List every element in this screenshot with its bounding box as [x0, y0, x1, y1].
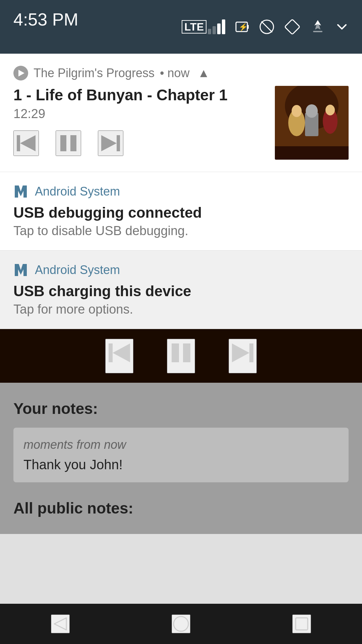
- notification-panel: The Pilgrim's Progress • now ▲ 1 - Life …: [0, 54, 362, 329]
- player-bar: [0, 329, 362, 383]
- public-notes-label: All public notes:: [13, 499, 349, 517]
- svg-rect-9: [60, 135, 66, 151]
- usb-debug-header: Android System: [13, 184, 349, 199]
- signal-bars: [208, 19, 225, 34]
- svg-rect-12: [117, 135, 120, 151]
- status-time: 4:53 PM: [13, 9, 78, 30]
- svg-point-31: [174, 616, 188, 631]
- dnd-icon: [259, 19, 275, 35]
- svg-rect-29: [249, 343, 253, 362]
- signal-bar-1: [208, 29, 211, 34]
- signal-bar-4: [222, 19, 225, 34]
- media-notif-header: The Pilgrim's Progress • now ▲: [13, 66, 349, 80]
- usb-debug-notification[interactable]: Android System USB debugging connected T…: [0, 172, 362, 251]
- album-art: [275, 86, 349, 160]
- android-system-icon-1: [13, 184, 28, 199]
- usb-charge-notification[interactable]: Android System USB charging this device …: [0, 251, 362, 329]
- svg-marker-30: [54, 618, 66, 630]
- rotation-lock-icon: [284, 19, 300, 35]
- pause-button[interactable]: [56, 130, 81, 156]
- media-notif-time: • now: [160, 66, 190, 80]
- svg-text:⚡: ⚡: [239, 22, 248, 32]
- svg-marker-22: [15, 185, 27, 198]
- svg-point-18: [306, 104, 318, 118]
- svg-rect-32: [296, 618, 308, 630]
- svg-marker-23: [15, 264, 27, 276]
- svg-marker-25: [113, 343, 130, 362]
- svg-rect-7: [17, 135, 20, 151]
- android-system-icon-2: [13, 263, 28, 277]
- battery-icon: ⚡: [235, 19, 249, 34]
- player-bar-prev-button[interactable]: [105, 339, 133, 373]
- signal-bar-2: [213, 26, 216, 34]
- svg-rect-21: [275, 146, 349, 160]
- back-button[interactable]: [51, 614, 70, 633]
- app-content: Your notes: moments from now Thank you J…: [0, 383, 362, 534]
- lte-label: LTE: [182, 20, 206, 34]
- expand-icon[interactable]: [335, 20, 349, 34]
- usb-debug-title: USB debugging connected: [13, 204, 349, 221]
- note-timestamp: moments from now: [23, 438, 339, 452]
- usb-charge-header: Android System: [13, 263, 349, 277]
- svg-marker-28: [232, 343, 249, 362]
- track-title: 1 - Life of Bunyan - Chapter 1: [13, 86, 275, 104]
- nav-bar: [0, 604, 362, 644]
- usb-charge-title: USB charging this device: [13, 283, 349, 300]
- svg-point-20: [325, 105, 335, 115]
- status-icons: LTE ⚡: [182, 19, 349, 35]
- svg-line-4: [261, 21, 272, 32]
- media-app-name: The Pilgrim's Progress: [34, 66, 155, 80]
- lte-signal-indicator: LTE: [182, 19, 225, 34]
- home-button[interactable]: [172, 614, 190, 633]
- airplane-mode-icon: [310, 19, 326, 35]
- track-time: 12:29: [13, 107, 275, 121]
- player-bar-pause-button[interactable]: [167, 339, 195, 373]
- media-content: 1 - Life of Bunyan - Chapter 1 12:29: [13, 86, 349, 160]
- status-bar: 4:53 PM LTE ⚡: [0, 0, 362, 54]
- note-text: Thank you John!: [23, 457, 339, 472]
- notes-box[interactable]: moments from now Thank you John!: [13, 428, 349, 482]
- media-notif-expand-icon[interactable]: ▲: [198, 66, 210, 80]
- your-notes-label: Your notes:: [13, 399, 349, 418]
- svg-rect-27: [183, 343, 190, 362]
- svg-marker-11: [101, 135, 117, 151]
- svg-rect-26: [172, 343, 179, 362]
- media-app-icon: [13, 66, 28, 80]
- svg-rect-10: [70, 135, 76, 151]
- media-controls: [13, 130, 275, 156]
- media-info: 1 - Life of Bunyan - Chapter 1 12:29: [13, 86, 275, 156]
- svg-marker-8: [20, 135, 36, 151]
- recents-button[interactable]: [292, 614, 311, 633]
- usb-charge-subtitle: Tap for more options.: [13, 302, 349, 317]
- svg-rect-6: [313, 31, 322, 32]
- album-art-visual: [275, 86, 349, 160]
- prev-button[interactable]: [13, 130, 39, 156]
- next-button[interactable]: [98, 130, 123, 156]
- svg-rect-24: [109, 343, 113, 362]
- usb-debug-app-name: Android System: [35, 184, 120, 199]
- svg-rect-5: [285, 19, 300, 34]
- media-notification[interactable]: The Pilgrim's Progress • now ▲ 1 - Life …: [0, 54, 362, 172]
- usb-debug-subtitle: Tap to disable USB debugging.: [13, 224, 349, 238]
- player-bar-next-button[interactable]: [229, 339, 257, 373]
- signal-bar-3: [217, 23, 221, 34]
- usb-charge-app-name: Android System: [35, 263, 120, 277]
- svg-point-16: [292, 105, 302, 117]
